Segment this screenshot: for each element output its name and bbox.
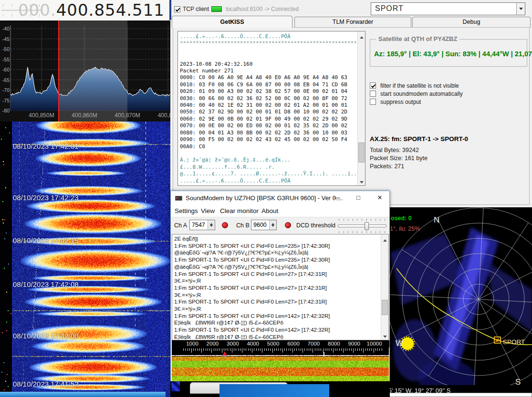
scroll-up-icon[interactable] [381,234,389,242]
kiss-log-box[interactable]: .....£.»...-.6.....Õ.....C.E....PÔÀ*****… [177,31,365,186]
waterfall-speckle [2,332,3,333]
dcd-threshold-label: DCD threshold [296,222,335,229]
chb-spinner[interactable]: 9600 [251,220,277,230]
spectrum-display[interactable]: -40-45-50-55-60-65-70-75-80 400,850M400,… [0,20,170,122]
slider-track [338,224,386,227]
log-line: 2023-10-08 20:42:32.160 [180,61,356,68]
scroll-down-icon[interactable] [381,332,389,340]
waterfall-display[interactable]: 08/10/2023 17:42:3108/10/2023 17:42:2308… [0,122,170,397]
slider-ticks [339,231,386,233]
cha-label: Ch A [174,222,187,229]
satellite-tracker: SPORT N W S osed: 0 1°, ilu: 25% [390,207,532,385]
tab-getkiss[interactable]: GetKISS [172,16,292,28]
monitor-line: 1:Fm SPORT-1 To SPORT <UI C Pid=F0 Len=2… [174,298,380,305]
scrollbar-thumb[interactable] [382,300,388,315]
waterfall-speckle [4,389,5,390]
chb-dcd-led [285,222,291,228]
illumination-text: 1°, ilu: 25% [390,225,420,232]
soundmodem-titlebar[interactable]: SoundModem by UZ7HO [BPSK G3RUH 9600] - … [171,191,389,205]
monitor-scrollbar[interactable] [381,234,388,340]
monitor-line: 1:Fm SPORT-1 To SPORT <UI C Pid=F0 Len=2… [174,256,380,264]
menu-about[interactable]: About [261,207,278,214]
monitor-line: 2É ëqËñ]| [174,235,380,243]
filter-bandwidth-band[interactable] [59,20,127,122]
monitor-line: É¦lëqÍk £8Wf6R r@1¢7 Ø-¦¦¦) í5-£»-6õCEPô [174,319,380,326]
slider-thumb[interactable] [365,222,369,230]
tcp-client-checkbox[interactable] [174,6,180,12]
soundmodem-app-icon [175,196,182,201]
log-line: 0010: 03 F0 08 06 C9 6A 00 87 00 00 08 E… [180,81,356,88]
waterfall-speckle [8,386,9,387]
cha-spinner[interactable]: 7547 [189,220,215,230]
close-button[interactable]: ✕ [372,191,388,205]
tcp-client-label: TCP client [183,6,209,12]
waterfall-speckle [6,233,7,234]
waterfall-speckle [4,238,5,239]
db-tick-label: -50 [0,46,10,52]
spin-arrows-icon[interactable] [269,220,276,230]
waterfall-timestamp: 08/10/2023 17:42:08 [13,280,79,288]
scale-tick-label: 6000 [287,341,300,346]
waterfall-speckle [8,310,9,311]
waterfall-timestamp: 08/10/2023 17:42:31 [13,142,79,150]
scroll-down-icon[interactable] [358,178,365,185]
monitor-line: 1:Fm SPORT-1 To SPORT <UI C Pid=F0 Len=2… [174,285,380,292]
start-soundmodem-checkbox[interactable] [370,91,376,97]
menu-settings[interactable]: Settings [175,207,198,214]
menu-clear-monitor[interactable]: Clear monitor [220,207,259,214]
monitor-line: 3€.=×!ý»;R [174,277,380,285]
frequency-display[interactable]: 000.400.854.511 [18,0,165,20]
decoded-packets-monitor[interactable]: 2É ëqËñ]|1:Fm SPORT-1 To SPORT <UI C Pid… [172,234,389,340]
waterfall-speckle [4,219,5,220]
log-line: 0070: 00 0E 00 02 00 ED 00 02 00 01 02 3… [180,122,356,129]
sdr-frequency-panel: 000.400.854.511 [0,0,170,20]
log-line: £...8.W.......f...6.R..... .r. [180,164,356,171]
frequency-value: 400.854.511 [56,0,165,20]
waterfall-speckle [3,223,4,224]
db-tick-label: -65 [0,77,10,83]
elapsed-text: osed: 0 [391,215,412,222]
db-tick-label: -40 [0,26,10,31]
scale-tick-label: 7000 [308,341,320,346]
db-tick-label: -55 [0,57,10,62]
cha-dcd-led [222,222,228,228]
connection-led [211,6,222,12]
waterfall-speckle [3,161,4,162]
menu-view[interactable]: View [201,207,215,214]
scrollbar-thumb[interactable] [358,143,365,163]
log-line: 0020: 01 09 00 A3 00 02 02 38 02 57 00 0… [180,88,356,95]
satellite-combo[interactable]: SPORT [371,2,525,15]
monitor-text[interactable]: 2É ëqËñ]|1:Fm SPORT-1 To SPORT <UI C Pid… [174,235,380,339]
log-line: 0080: 00 04 01 A3 00 BB 00 02 02 2D 02 3… [180,130,356,136]
satellite-qth-groupbox: Satellite at QTH of PY4ZBZ Az: 185,9° | … [370,39,527,67]
log-line [180,150,356,157]
spin-arrows-icon[interactable] [208,220,215,230]
waterfall-speckle [5,127,6,128]
option-label: start soundmodem automatically [380,91,463,97]
db-tick-label: -75 [0,98,10,103]
filter-checkbox[interactable] [370,82,376,89]
db-tick-label: -60 [0,67,10,72]
kiss-log-text[interactable]: .....£.»...-.6.....Õ.....C.E....PÔÀ*****… [180,33,356,184]
tab-tlm-forwarder[interactable]: TLM Forwarder [294,17,411,28]
scale-tick-label: 9000 [348,341,360,346]
tuning-cursor[interactable] [58,20,59,122]
waterfall-speckle [3,362,4,363]
dcd-threshold-slider[interactable] [338,219,386,233]
waterfall-timestamp: 08/10/2023 17:42:23 [13,193,79,202]
satellite-combo-value: SPORT [375,4,404,13]
maximize-button[interactable]: □ [350,191,366,205]
dropdown-arrow-icon[interactable] [516,3,525,15]
kiss-log-scrollbar[interactable] [357,31,365,185]
monitor-line: 3€.=×!ý»;R [174,292,380,299]
scroll-up-icon[interactable] [358,31,365,39]
tab-debug[interactable]: Debug [412,17,531,28]
audio-waterfall[interactable] [172,347,389,381]
total-bytes: Total Bytes: 39242 [370,147,419,153]
suppress-output-checkbox[interactable] [370,99,376,105]
waterfall-canvas[interactable] [12,122,170,397]
option-label: suppress output [380,99,421,105]
minimize-button[interactable]: — [329,191,345,205]
scale-tick-label: 10000 [367,341,382,346]
scale-tick-label: 3000 [227,341,239,346]
